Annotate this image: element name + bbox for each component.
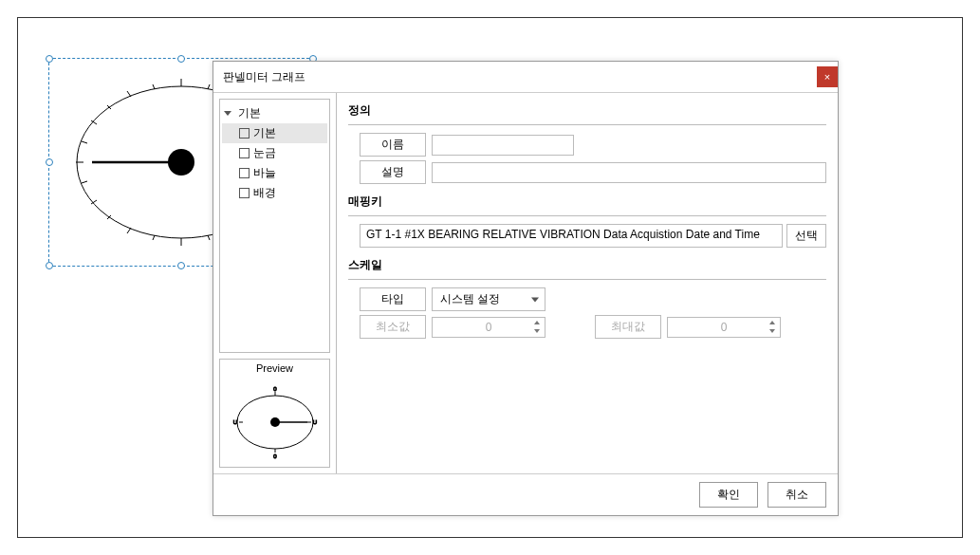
- tree-item-basic[interactable]: 기본: [222, 123, 327, 143]
- checkbox-icon[interactable]: [239, 128, 250, 139]
- label-max: 최대값: [595, 315, 661, 339]
- divider: [348, 279, 826, 280]
- svg-text:0: 0: [273, 386, 277, 392]
- row-scale-type: 타입 시스템 설정: [360, 287, 826, 311]
- svg-line-20: [82, 181, 87, 183]
- cancel-button[interactable]: 취소: [767, 482, 826, 508]
- right-pane: 정의 이름 설명 매핑키 GT 1-1 #1X BEARI: [337, 93, 838, 473]
- select-value: 시스템 설정: [440, 291, 500, 307]
- left-pane: 기본 기본 눈금 바늘: [213, 93, 337, 473]
- tree-item-label: 바늘: [253, 165, 276, 181]
- tree-item-label: 눈금: [253, 145, 276, 161]
- spin-down-icon[interactable]: [767, 327, 778, 336]
- dialog-title: 판넬미터 그래프: [223, 69, 305, 85]
- input-min[interactable]: 0: [432, 317, 545, 338]
- input-min-value: 0: [486, 321, 492, 334]
- dialog-footer: 확인 취소: [213, 473, 838, 515]
- svg-line-13: [208, 84, 210, 89]
- label-min: 최소값: [360, 315, 426, 339]
- mapping-select-button[interactable]: 선택: [786, 224, 826, 248]
- select-scale-type[interactable]: 시스템 설정: [432, 287, 545, 311]
- tree-item-needle[interactable]: 바늘: [222, 163, 327, 183]
- dialog-body: 기본 기본 눈금 바늘: [213, 93, 838, 473]
- resize-handle-ml[interactable]: [46, 158, 53, 166]
- svg-text:U: U: [312, 419, 316, 425]
- svg-text:0: 0: [273, 453, 277, 459]
- properties-dialog: 판넬미터 그래프 × 기본 기본 눈금: [213, 61, 839, 516]
- resize-handle-bm[interactable]: [177, 262, 185, 269]
- tree-item-label: 기본: [253, 125, 276, 141]
- panel-meter-preview-icon: 0 U 0 U: [228, 384, 323, 460]
- svg-line-12: [127, 91, 131, 97]
- row-mapping: GT 1-1 #1X BEARING RELATIVE VIBRATION Da…: [360, 224, 826, 248]
- input-name[interactable]: [432, 135, 574, 156]
- svg-line-23: [208, 235, 210, 240]
- spinner: [531, 319, 543, 336]
- mapping-value: GT 1-1 #1X BEARING RELATIVE VIBRATION Da…: [360, 224, 783, 248]
- label-type: 타입: [360, 287, 426, 311]
- spin-up-icon[interactable]: [767, 319, 778, 327]
- input-max-value: 0: [721, 321, 728, 334]
- label-desc: 설명: [360, 160, 426, 184]
- checkbox-icon[interactable]: [239, 188, 250, 198]
- ok-button[interactable]: 확인: [699, 482, 758, 508]
- section-scale-title: 스케일: [348, 257, 826, 273]
- checkbox-icon[interactable]: [239, 148, 250, 158]
- row-scale-minmax: 최소값 0 최대값 0: [360, 315, 826, 339]
- divider: [348, 215, 826, 216]
- spin-down-icon[interactable]: [531, 327, 543, 336]
- resize-handle-bl[interactable]: [46, 262, 53, 269]
- svg-line-24: [153, 235, 155, 240]
- outer-frame: 판넬미터 그래프 × 기본 기본 눈금: [17, 17, 963, 538]
- resize-handle-tl[interactable]: [46, 55, 53, 63]
- preview-canvas: 0 U 0 U: [220, 377, 329, 467]
- input-max[interactable]: 0: [667, 317, 781, 338]
- tree-item-scale-ticks[interactable]: 눈금: [222, 143, 327, 163]
- property-tree: 기본 기본 눈금 바늘: [219, 99, 330, 353]
- svg-point-37: [270, 417, 280, 427]
- tree-item-label: 배경: [253, 185, 276, 201]
- section-definition-title: 정의: [348, 102, 826, 119]
- caret-down-icon: [224, 111, 231, 116]
- chevron-down-icon: [531, 297, 539, 302]
- svg-line-14: [153, 84, 155, 89]
- divider: [348, 124, 826, 125]
- label-name: 이름: [360, 133, 426, 157]
- section-mapping-title: 매핑키: [348, 194, 826, 210]
- preview-title: Preview: [220, 360, 329, 377]
- close-button[interactable]: ×: [817, 66, 838, 87]
- spin-up-icon[interactable]: [531, 319, 543, 327]
- svg-point-26: [168, 149, 194, 176]
- checkbox-icon[interactable]: [239, 168, 250, 178]
- tree-root[interactable]: 기본: [222, 103, 327, 123]
- row-name: 이름: [360, 133, 826, 157]
- preview-box: Preview 0 U 0: [219, 359, 330, 468]
- input-desc[interactable]: [432, 162, 826, 183]
- row-desc: 설명: [360, 160, 826, 184]
- svg-text:U: U: [232, 419, 236, 425]
- dialog-titlebar[interactable]: 판넬미터 그래프 ×: [213, 62, 838, 93]
- resize-handle-tm[interactable]: [177, 55, 185, 63]
- tree-item-background[interactable]: 배경: [222, 183, 327, 203]
- svg-line-18: [82, 141, 87, 143]
- tree-root-label: 기본: [238, 106, 261, 120]
- svg-line-8: [127, 228, 131, 233]
- spinner: [767, 319, 778, 336]
- close-icon: ×: [824, 71, 830, 83]
